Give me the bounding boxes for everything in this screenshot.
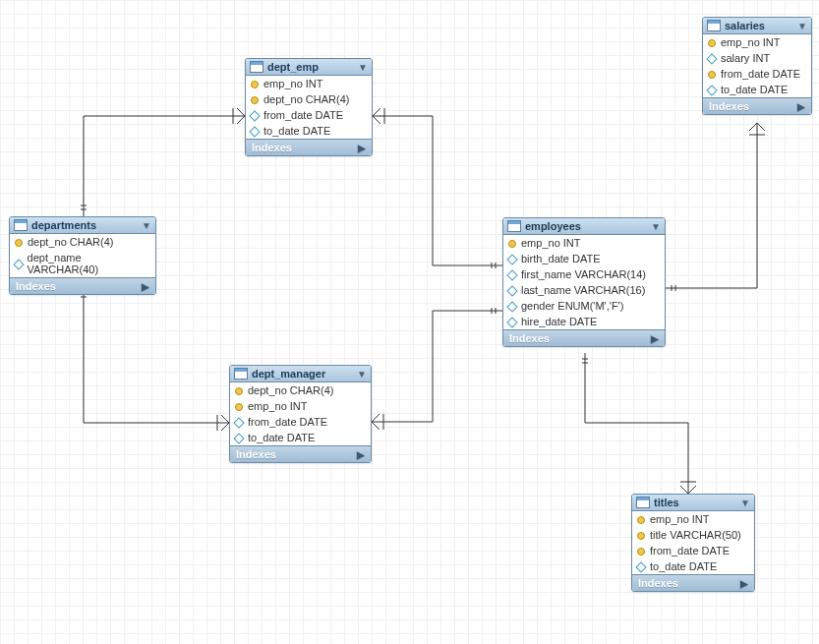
column-label: emp_no INT (721, 36, 781, 48)
footer-label: Indexes (16, 280, 56, 292)
entity-title: departments (31, 219, 138, 231)
entity-header[interactable]: titles ▼ (632, 495, 754, 511)
entity-header[interactable]: dept_emp ▼ (246, 59, 372, 76)
table-icon (250, 61, 263, 73)
column-label: to_date DATE (263, 125, 330, 137)
diamond-icon (507, 317, 517, 326)
column-row[interactable]: from_date DATE (246, 107, 372, 123)
column-label: dept_no CHAR(4) (28, 236, 113, 248)
key-icon (707, 69, 717, 79)
column-row[interactable]: dept_no CHAR(4) (10, 234, 155, 250)
column-row[interactable]: to_date DATE (632, 558, 754, 574)
chevron-right-icon: ▶ (358, 143, 366, 153)
entity-title: titles (654, 497, 736, 508)
entity-salaries[interactable]: salaries ▼ emp_no INT salary INT from_da… (702, 17, 812, 115)
diamond-icon (234, 433, 244, 442)
column-label: salary INT (721, 52, 770, 64)
column-row[interactable]: dept_name VARCHAR(40) (10, 250, 155, 277)
column-row[interactable]: to_date DATE (230, 430, 371, 445)
column-row[interactable]: to_date DATE (703, 82, 811, 97)
indexes-toggle[interactable]: Indexes▶ (503, 329, 665, 346)
column-label: from_date DATE (721, 68, 800, 80)
column-label: to_date DATE (650, 560, 717, 572)
entity-dept-manager[interactable]: dept_manager ▼ dept_no CHAR(4) emp_no IN… (229, 365, 372, 463)
column-row[interactable]: salary INT (703, 50, 811, 66)
column-label: birth_date DATE (521, 253, 601, 264)
chevron-down-icon[interactable]: ▼ (142, 220, 151, 231)
column-row[interactable]: gender ENUM('M','F') (503, 298, 665, 314)
column-row[interactable]: from_date DATE (230, 414, 371, 430)
chevron-down-icon[interactable]: ▼ (357, 369, 367, 380)
column-row[interactable]: emp_no INT (703, 34, 811, 50)
diamond-icon (250, 110, 260, 120)
key-icon (234, 401, 244, 411)
column-row[interactable]: first_name VARCHAR(14) (503, 266, 665, 282)
entity-title: dept_manager (252, 368, 353, 380)
chevron-down-icon[interactable]: ▼ (797, 21, 807, 31)
column-row[interactable]: emp_no INT (230, 398, 371, 414)
table-icon (14, 219, 28, 231)
diamond-icon (507, 301, 517, 311)
column-label: emp_no INT (263, 78, 323, 89)
entity-dept-emp[interactable]: dept_emp ▼ emp_no INT dept_no CHAR(4) fr… (245, 58, 373, 156)
column-row[interactable]: dept_no CHAR(4) (246, 91, 372, 107)
chevron-down-icon[interactable]: ▼ (740, 498, 750, 508)
footer-label: Indexes (638, 577, 678, 589)
footer-label: Indexes (509, 332, 550, 344)
column-row[interactable]: emp_no INT (632, 511, 754, 527)
rel-departments-to-dept-emp (84, 116, 245, 216)
diamond-icon (14, 259, 24, 268)
indexes-toggle[interactable]: Indexes▶ (10, 277, 155, 294)
column-label: from_date DATE (650, 545, 730, 556)
diamond-icon (234, 417, 244, 427)
key-icon (636, 514, 646, 524)
column-label: last_name VARCHAR(16) (521, 284, 645, 296)
column-label: emp_no INT (521, 237, 581, 249)
column-label: from_date DATE (263, 109, 343, 121)
column-label: from_date DATE (248, 416, 327, 428)
diamond-icon (507, 269, 517, 279)
chevron-down-icon[interactable]: ▼ (651, 221, 661, 232)
entity-titles[interactable]: titles ▼ emp_no INT title VARCHAR(50) fr… (631, 494, 755, 592)
entity-title: salaries (725, 20, 793, 31)
chevron-down-icon[interactable]: ▼ (358, 62, 368, 73)
footer-label: Indexes (709, 100, 749, 112)
column-label: dept_no CHAR(4) (263, 93, 349, 105)
entity-header[interactable]: employees ▼ (503, 218, 665, 235)
indexes-toggle[interactable]: Indexes▶ (703, 97, 811, 114)
table-icon (507, 220, 521, 232)
column-row[interactable]: title VARCHAR(50) (632, 527, 754, 543)
diamond-icon (250, 126, 260, 136)
entity-employees[interactable]: employees ▼ emp_no INT birth_date DATE f… (502, 217, 666, 347)
table-icon (707, 20, 721, 31)
diamond-icon (707, 53, 717, 63)
entity-header[interactable]: dept_manager ▼ (230, 366, 371, 382)
rel-employees-to-dept-manager (372, 311, 502, 422)
column-row[interactable]: to_date DATE (246, 123, 372, 139)
entity-departments[interactable]: departments ▼ dept_no CHAR(4) dept_name … (9, 216, 156, 295)
indexes-toggle[interactable]: Indexes▶ (230, 445, 371, 462)
key-icon (707, 37, 717, 47)
column-row[interactable]: birth_date DATE (503, 251, 665, 266)
diamond-icon (507, 254, 517, 263)
entity-header[interactable]: salaries ▼ (703, 18, 811, 34)
column-label: first_name VARCHAR(14) (521, 268, 646, 280)
column-row[interactable]: hire_date DATE (503, 314, 665, 329)
key-icon (234, 385, 244, 395)
entity-header[interactable]: departments ▼ (10, 217, 155, 234)
column-row[interactable]: from_date DATE (703, 66, 811, 82)
entity-title: employees (525, 220, 647, 232)
column-row[interactable]: from_date DATE (632, 543, 754, 558)
column-row[interactable]: last_name VARCHAR(16) (503, 282, 665, 298)
column-label: emp_no INT (248, 400, 308, 412)
column-row[interactable]: emp_no INT (246, 76, 372, 91)
column-label: title VARCHAR(50) (650, 529, 741, 541)
column-row[interactable]: emp_no INT (503, 235, 665, 251)
column-row[interactable]: dept_no CHAR(4) (230, 382, 371, 398)
indexes-toggle[interactable]: Indexes▶ (632, 574, 754, 591)
rel-departments-to-dept-manager (84, 289, 229, 423)
key-icon (636, 530, 646, 540)
key-icon (14, 237, 24, 247)
diamond-icon (636, 561, 646, 571)
indexes-toggle[interactable]: Indexes▶ (246, 139, 372, 155)
